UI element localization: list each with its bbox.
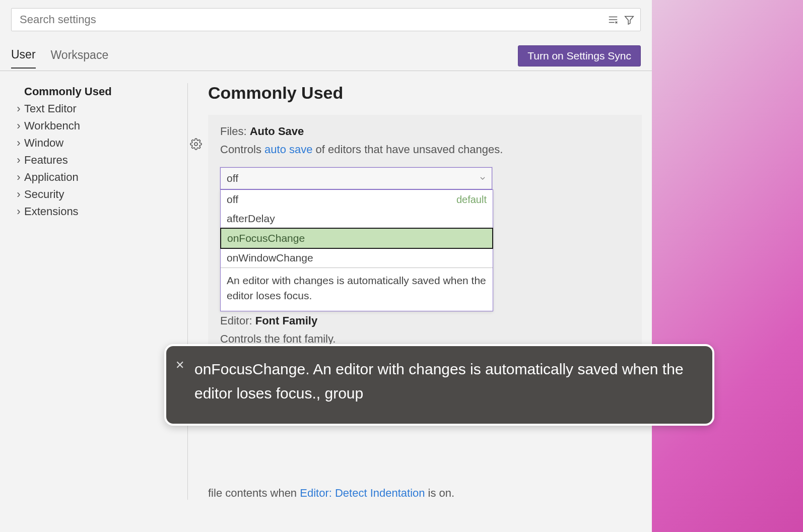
option-label: off xyxy=(227,193,238,206)
accessibility-tooltip: ✕ onFocusChange. An editor with changes … xyxy=(164,344,714,426)
svg-point-5 xyxy=(194,143,197,146)
tree-features[interactable]: › Features xyxy=(26,152,187,169)
scope-tabs: User Workspace Turn on Settings Sync xyxy=(0,31,652,71)
option-label: onWindowChange xyxy=(227,252,313,264)
tree-commonly-used[interactable]: › Commonly Used xyxy=(26,83,187,100)
dropdown-hint: An editor with changes is automatically … xyxy=(221,268,493,311)
tree-item-label: Security xyxy=(24,188,64,201)
desc-text: of editors that have unsaved changes. xyxy=(312,143,503,156)
auto-save-dropdown: off off default afterDelay xyxy=(220,167,492,189)
tree-item-label: Window xyxy=(24,137,63,150)
settings-sync-button[interactable]: Turn on Settings Sync xyxy=(518,45,641,66)
tooltip-text: onFocusChange. An editor with changes is… xyxy=(194,361,684,402)
option-label: onFocusChange xyxy=(227,232,305,244)
default-badge: default xyxy=(456,194,487,206)
setting-title: Editor: Font Family xyxy=(220,314,630,327)
setting-name: Auto Save xyxy=(250,125,304,138)
settings-editor: User Workspace Turn on Settings Sync › C… xyxy=(0,0,652,532)
desc-text: is on. xyxy=(425,487,455,499)
chevron-down-icon xyxy=(479,174,487,182)
dropdown-current-value: off xyxy=(227,172,238,184)
chevron-right-icon: › xyxy=(13,137,24,150)
chevron-right-icon: › xyxy=(13,154,24,167)
tree-window[interactable]: › Window xyxy=(26,135,187,152)
setting-description: Controls auto save of editors that have … xyxy=(220,143,630,156)
tree-item-label: Text Editor xyxy=(24,102,77,115)
desc-text: file contents when xyxy=(208,487,300,499)
chevron-right-icon: › xyxy=(13,205,24,218)
tree-workbench[interactable]: › Workbench xyxy=(26,117,187,135)
auto-save-link[interactable]: auto save xyxy=(264,143,312,156)
tree-item-label: Application xyxy=(24,171,79,184)
setting-editor-font-family: Editor: Font Family Controls the font fa… xyxy=(220,314,630,346)
tree-item-label: Features xyxy=(24,154,68,167)
chevron-right-icon: › xyxy=(13,119,24,132)
settings-content: Commonly Used Files: Auto Save Controls … xyxy=(188,83,652,500)
option-label: afterDelay xyxy=(227,213,275,225)
chevron-right-icon: › xyxy=(13,171,24,184)
setting-files-auto-save: Files: Auto Save Controls auto save of e… xyxy=(208,115,642,371)
filter-icon[interactable] xyxy=(622,13,636,27)
tree-text-editor[interactable]: › Text Editor xyxy=(26,100,187,117)
dropdown-option-afterdelay[interactable]: afterDelay xyxy=(221,209,493,228)
settings-tree: › Commonly Used › Text Editor › Workbenc… xyxy=(0,83,188,500)
content-heading: Commonly Used xyxy=(208,83,652,103)
tree-application[interactable]: › Application xyxy=(26,169,187,186)
dropdown-popup: off default afterDelay onFocusChange onW… xyxy=(220,189,493,311)
setting-prefix: Files: xyxy=(220,125,250,138)
tree-item-label: Commonly Used xyxy=(24,85,112,98)
desc-text: Controls xyxy=(220,143,264,156)
search-bar xyxy=(11,8,641,31)
dropdown-option-onfocuschange[interactable]: onFocusChange xyxy=(220,228,493,249)
tree-security[interactable]: › Security xyxy=(26,186,187,203)
dropdown-option-off[interactable]: off default xyxy=(221,190,493,209)
setting-title: Files: Auto Save xyxy=(220,125,630,138)
tab-workspace[interactable]: Workspace xyxy=(51,48,109,68)
search-input[interactable] xyxy=(19,13,604,27)
tree-item-label: Workbench xyxy=(24,119,80,132)
tree-item-label: Extensions xyxy=(24,205,79,218)
chevron-right-icon: › xyxy=(13,188,24,201)
window-edge-gradient xyxy=(652,0,803,532)
partial-setting-line: file contents when Editor: Detect Indent… xyxy=(208,487,652,500)
setting-name: Font Family xyxy=(255,314,317,327)
setting-prefix: Editor: xyxy=(220,314,255,327)
dropdown-option-onwindowchange[interactable]: onWindowChange xyxy=(221,248,493,268)
dropdown-select[interactable]: off xyxy=(220,167,492,189)
detect-indentation-link[interactable]: Editor: Detect Indentation xyxy=(300,487,425,499)
gear-icon[interactable] xyxy=(190,138,203,151)
chevron-right-icon: › xyxy=(13,102,24,115)
close-icon[interactable]: ✕ xyxy=(175,356,184,374)
tab-user[interactable]: User xyxy=(11,48,36,69)
tree-extensions[interactable]: › Extensions xyxy=(26,203,187,220)
clear-filters-icon[interactable] xyxy=(606,13,620,27)
